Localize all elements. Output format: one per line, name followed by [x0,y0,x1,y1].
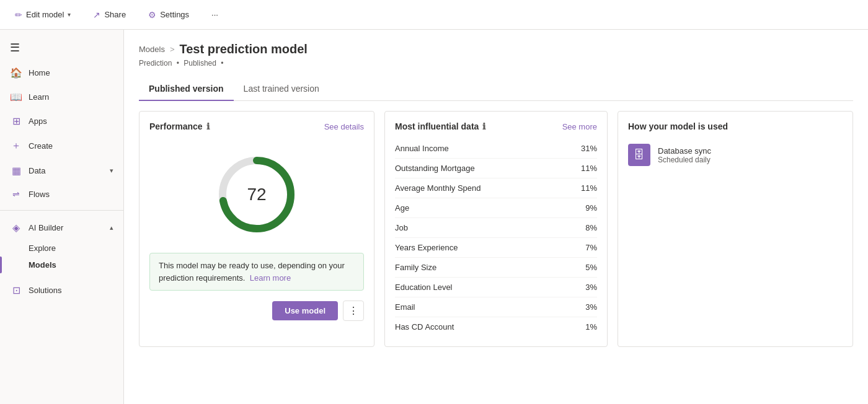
hamburger-button[interactable]: ☰ [0,35,123,61]
sidebar-item-home[interactable]: 🏠 Home [0,61,123,85]
usage-card-header: How your model is used [628,121,843,131]
data-row-pct: 5% [585,263,597,272]
data-row-label: Email [395,302,415,312]
data-row: Email 3% [395,297,597,317]
data-row: Annual Income 31% [395,139,597,159]
app-layout: ☰ 🏠 Home 📖 Learn ⊞ Apps ＋ Create ▦ Data … [0,30,868,404]
share-icon: ↗ [93,10,100,20]
use-model-button[interactable]: Use model [272,301,338,320]
tabs: Published version Last trained version [139,77,853,101]
sidebar-item-apps[interactable]: ⊞ Apps [0,109,123,133]
usage-item-icon: 🗄 [628,144,650,166]
edit-icon: ✏ [15,10,22,20]
performance-title: Performance ℹ [149,121,210,131]
usage-title: How your model is used [628,121,728,131]
sidebar-item-data[interactable]: ▦ Data ▾ [0,159,123,183]
breadcrumb-models-link[interactable]: Models [139,45,165,54]
influential-data-card: Most influential data ℹ See more Annual … [384,111,608,347]
sidebar-item-explore[interactable]: Explore [0,240,123,257]
see-details-link[interactable]: See details [324,122,364,131]
ai-builder-icon: ◈ [10,222,22,234]
data-row-pct: 9% [585,203,597,213]
data-row-label: Years Experience [395,243,458,252]
data-row-pct: 1% [585,322,597,332]
donut-chart-container: 72 [149,139,364,253]
home-icon: 🏠 [10,67,22,79]
data-row-label: Outstanding Mortgage [395,164,475,173]
learn-more-link[interactable]: Learn more [250,273,291,283]
tab-published-version[interactable]: Published version [139,77,234,101]
edit-model-button[interactable]: ✏ Edit model ▾ [10,7,76,22]
data-row-label: Age [395,203,409,213]
sidebar-item-learn[interactable]: 📖 Learn [0,85,123,109]
topbar: ✏ Edit model ▾ ↗ Share ⚙ Settings ··· [0,0,868,30]
settings-button[interactable]: ⚙ Settings [143,7,194,22]
data-row-pct: 7% [585,243,597,252]
flows-icon: ⇌ [10,189,22,199]
data-row: Years Experience 7% [395,238,597,258]
usage-item-info: Database sync Scheduled daily [658,146,711,164]
data-row-pct: 11% [581,164,597,173]
usage-card: How your model is used 🗄 Database sync S… [618,111,853,347]
data-row-label: Has CD Account [395,322,454,332]
sidebar-item-solutions[interactable]: ⊡ Solutions [0,278,123,302]
data-icon: ▦ [10,165,22,177]
page-title: Test prediction model [180,42,308,56]
gear-icon: ⚙ [148,10,156,20]
breadcrumb: Models > Test prediction model [139,30,853,59]
data-row-pct: 3% [585,283,597,292]
chevron-down-icon: ▾ [110,167,113,175]
data-row-label: Average Monthly Spend [395,183,481,193]
data-row: Family Size 5% [395,258,597,278]
data-row-label: Annual Income [395,144,449,153]
performance-card-header: Performance ℹ See details [149,121,364,131]
apps-icon: ⊞ [10,115,22,127]
influential-card-header: Most influential data ℹ See more [395,121,597,131]
data-row: Average Monthly Spend 11% [395,178,597,198]
usage-item-name: Database sync [658,146,711,156]
sidebar-item-create[interactable]: ＋ Create [0,133,123,159]
chevron-up-icon: ▴ [110,224,113,232]
data-row-label: Family Size [395,263,436,272]
data-row: Job 8% [395,218,597,238]
data-row-label: Education Level [395,283,453,292]
data-row: Outstanding Mortgage 11% [395,159,597,178]
usage-list: 🗄 Database sync Scheduled daily [628,139,843,171]
sidebar: ☰ 🏠 Home 📖 Learn ⊞ Apps ＋ Create ▦ Data … [0,30,124,404]
cards-row: Performance ℹ See details 72 [139,111,853,347]
sidebar-item-models[interactable]: Models [0,257,123,273]
see-more-link[interactable]: See more [562,122,597,131]
more-button[interactable]: ··· [206,7,223,22]
info-icon[interactable]: ℹ [482,121,485,131]
info-box: This model may be ready to use, dependin… [149,253,364,291]
performance-card: Performance ℹ See details 72 [139,111,374,347]
influential-title: Most influential data ℹ [395,121,485,131]
data-row: Age 9% [395,198,597,218]
donut-chart: 72 [213,151,300,238]
sidebar-item-ai-builder[interactable]: ◈ AI Builder ▴ [0,216,123,240]
solutions-icon: ⊡ [10,284,22,296]
data-row-label: Job [395,223,408,232]
usage-item: 🗄 Database sync Scheduled daily [628,139,843,171]
create-icon: ＋ [10,139,22,152]
sidebar-item-flows[interactable]: ⇌ Flows [0,183,123,205]
influential-data-list: Annual Income 31% Outstanding Mortgage 1… [395,139,597,336]
learn-icon: 📖 [10,91,22,103]
breadcrumb-separator: > [170,45,175,54]
data-row-pct: 31% [581,144,597,153]
chevron-down-icon: ▾ [68,11,71,18]
performance-score: 72 [247,185,266,204]
usage-item-sub: Scheduled daily [658,156,711,164]
share-button[interactable]: ↗ Share [88,7,131,22]
data-row: Education Level 3% [395,278,597,297]
data-row-pct: 8% [585,223,597,232]
card-footer: Use model ⋮ [149,301,364,321]
main-content: Models > Test prediction model Predictio… [124,30,868,404]
page-subtitle: Prediction • Published • [139,59,853,68]
tab-last-trained-version[interactable]: Last trained version [234,77,329,101]
more-actions-button[interactable]: ⋮ [343,301,364,321]
data-row-pct: 3% [585,302,597,312]
data-row: Has CD Account 1% [395,317,597,336]
data-row-pct: 11% [581,183,597,193]
info-icon[interactable]: ℹ [206,121,210,131]
